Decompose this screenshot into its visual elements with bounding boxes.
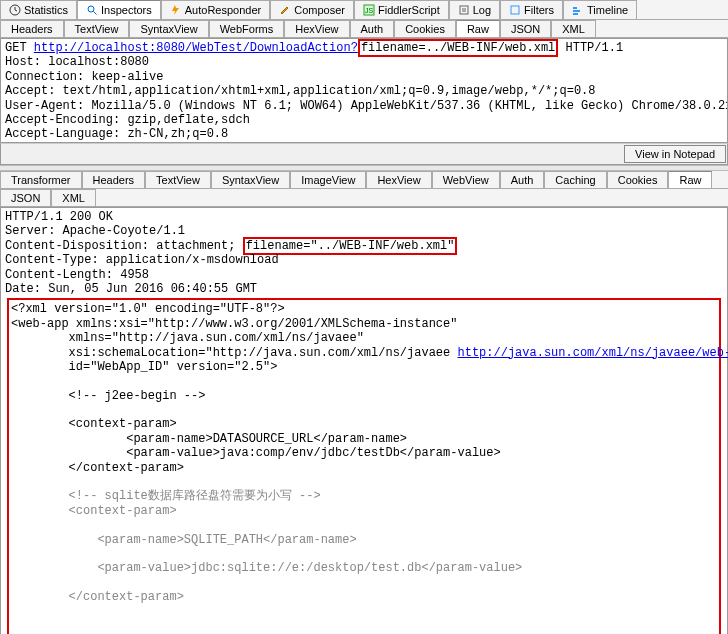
- tab-label: Inspectors: [101, 4, 152, 16]
- request-tab-auth[interactable]: Auth: [350, 20, 395, 37]
- tab-label: Filters: [524, 4, 554, 16]
- tab-log[interactable]: Log: [449, 0, 500, 19]
- pencil-icon: [279, 4, 291, 16]
- view-in-notepad-button[interactable]: View in Notepad: [624, 145, 726, 163]
- tab-label: Statistics: [24, 4, 68, 16]
- top-tab-bar: Statistics Inspectors AutoResponder Comp…: [0, 0, 728, 20]
- request-tab-bar: HeadersTextViewSyntaxViewWebFormsHexView…: [0, 20, 728, 38]
- request-tab-json[interactable]: JSON: [500, 20, 551, 37]
- request-tab-xml[interactable]: XML: [551, 20, 596, 37]
- content-disposition-prefix: Content-Disposition: attachment;: [5, 239, 243, 253]
- request-tab-textview[interactable]: TextView: [64, 20, 130, 37]
- tab-inspectors[interactable]: Inspectors: [77, 0, 161, 19]
- response-tab-caching[interactable]: Caching: [544, 171, 606, 188]
- xml-body: <!-- j2ee-begin --> <context-param> <par…: [11, 389, 501, 475]
- request-tab-webforms[interactable]: WebForms: [209, 20, 285, 37]
- svg-point-1: [88, 6, 94, 12]
- tab-label: Composer: [294, 4, 345, 16]
- response-tab-syntaxview[interactable]: SyntaxView: [211, 171, 290, 188]
- tab-label: Log: [473, 4, 491, 16]
- response-raw-pane: HTTP/1.1 200 OK Server: Apache-Coyote/1.…: [0, 207, 728, 634]
- svg-text:JS: JS: [365, 7, 374, 14]
- response-headers-rest: Content-Type: application/x-msdownload C…: [5, 253, 279, 296]
- request-filename-highlight: filename=../WEB-INF/web.xml: [358, 39, 558, 57]
- request-tab-headers[interactable]: Headers: [0, 20, 64, 37]
- svg-rect-4: [460, 6, 468, 14]
- request-headers: Host: localhost:8080 Connection: keep-al…: [5, 55, 728, 141]
- xml-body-highlight: <?xml version="1.0" encoding="UTF-8"?> <…: [7, 298, 721, 634]
- response-tab-xml[interactable]: XML: [51, 189, 96, 206]
- tab-composer[interactable]: Composer: [270, 0, 354, 19]
- response-tab-hexview[interactable]: HexView: [366, 171, 431, 188]
- response-tab-textview[interactable]: TextView: [145, 171, 211, 188]
- timeline-icon: [572, 4, 584, 16]
- request-footer: View in Notepad: [0, 143, 728, 165]
- response-tab-headers[interactable]: Headers: [82, 171, 146, 188]
- tab-label: Timeline: [587, 4, 628, 16]
- response-tab-bar-1: TransformerHeadersTextViewSyntaxViewImag…: [0, 171, 728, 189]
- content-disposition-highlight: filename="../WEB-INF/web.xml": [243, 237, 458, 255]
- response-tab-json[interactable]: JSON: [0, 189, 51, 206]
- tab-label: FiddlerScript: [378, 4, 440, 16]
- request-text[interactable]: GET http://localhost:8080/WebTest/Downlo…: [1, 39, 727, 143]
- request-method: GET: [5, 41, 27, 55]
- clock-icon: [9, 4, 21, 16]
- request-tab-cookies[interactable]: Cookies: [394, 20, 456, 37]
- response-tab-cookies[interactable]: Cookies: [607, 171, 669, 188]
- response-tab-webview[interactable]: WebView: [432, 171, 500, 188]
- response-tab-raw[interactable]: Raw: [668, 171, 712, 188]
- response-tab-transformer[interactable]: Transformer: [0, 171, 82, 188]
- response-text[interactable]: HTTP/1.1 200 OK Server: Apache-Coyote/1.…: [1, 208, 727, 634]
- response-tab-imageview[interactable]: ImageView: [290, 171, 366, 188]
- script-icon: JS: [363, 4, 375, 16]
- tab-fiddlerscript[interactable]: JSFiddlerScript: [354, 0, 449, 19]
- request-url-link[interactable]: http://localhost:8080/WebTest/DownloadAc…: [34, 41, 358, 55]
- schema-link[interactable]: http://java.sun.com/xml/ns/javaee/web-ap…: [457, 346, 728, 360]
- response-tab-auth[interactable]: Auth: [500, 171, 545, 188]
- magnifier-icon: [86, 4, 98, 16]
- request-tab-syntaxview[interactable]: SyntaxView: [129, 20, 208, 37]
- svg-rect-5: [511, 6, 519, 14]
- request-tab-raw[interactable]: Raw: [456, 20, 500, 37]
- tab-autoresponder[interactable]: AutoResponder: [161, 0, 270, 19]
- xml-declaration: <?xml version="1.0" encoding="UTF-8"?>: [11, 302, 285, 316]
- tab-timeline[interactable]: Timeline: [563, 0, 637, 19]
- log-icon: [458, 4, 470, 16]
- tab-statistics[interactable]: Statistics: [0, 0, 77, 19]
- request-raw-pane: GET http://localhost:8080/WebTest/Downlo…: [0, 38, 728, 143]
- tab-filters[interactable]: Filters: [500, 0, 563, 19]
- response-tab-bar-2: JSONXML: [0, 189, 728, 207]
- xml-body-gray: <!-- sqlite数据库路径盘符需要为小写 --> <context-par…: [11, 489, 522, 634]
- request-tab-hexview[interactable]: HexView: [284, 20, 349, 37]
- filter-icon: [509, 4, 521, 16]
- tab-label: AutoResponder: [185, 4, 261, 16]
- http-version: HTTP/1.1: [558, 41, 623, 55]
- webapp-open: <web-app xmlns:xsi="http://www.w3.org/20…: [11, 317, 457, 360]
- lightning-icon: [170, 4, 182, 16]
- response-status: HTTP/1.1 200 OK Server: Apache-Coyote/1.…: [5, 210, 185, 238]
